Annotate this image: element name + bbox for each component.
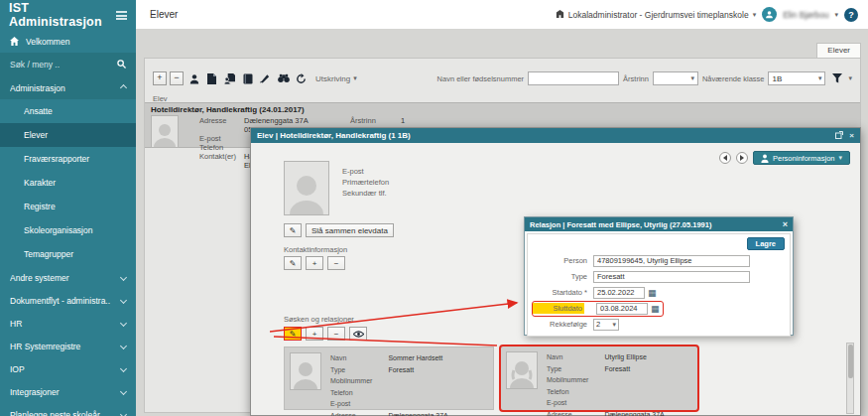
sidebar-item-registre[interactable]: Registre [0, 195, 136, 218]
sluttdato-annotation-box: Sluttdato ▦ [532, 301, 664, 317]
rekkefolge-value: 2 [596, 320, 600, 329]
save-button[interactable]: Lagre [747, 237, 785, 250]
type-input[interactable] [593, 271, 750, 283]
relations-section-label: Søsken og relasjoner [284, 315, 354, 324]
edit-relation-button[interactable]: ✎ [284, 327, 302, 341]
relation-fields: NavnSommer Hardsett TypeForesatt Mobilnu… [328, 351, 450, 416]
sidebar-item-label: Andre systemer [10, 273, 115, 283]
sidebar-item-label: Dokumentflyt - administra.. [10, 296, 115, 306]
student-name: Hotelldirektør, Handlekraftig (24.01.201… [151, 105, 305, 114]
avatar[interactable] [762, 7, 777, 22]
sidebar-collapse-icon[interactable] [116, 11, 127, 20]
previous-button[interactable] [719, 152, 731, 164]
chevron-down-icon: ▾ [838, 154, 842, 162]
sidebar-item-elever[interactable]: Elever [0, 123, 136, 147]
page-title: Elever [150, 9, 178, 20]
vertical-scrollbar[interactable] [846, 343, 854, 414]
sidebar-item-dokumentflyt[interactable]: Dokumentflyt - administra.. [0, 289, 136, 312]
relations-section-buttons: ✎ + − [284, 327, 367, 341]
sidebar-search-label: Søk / meny .. [10, 60, 117, 69]
relation-card-1[interactable]: NavnSommer Hardsett TypeForesatt Mobilnu… [284, 347, 494, 410]
chevron-down-icon [120, 320, 127, 327]
relation-photo [506, 351, 538, 389]
scrollbar-thumb[interactable] [848, 345, 853, 378]
tab-elever[interactable]: Elever [816, 43, 861, 58]
app-title: IST Administrasjon [9, 1, 116, 29]
rekkefolge-select[interactable]: 2 ▾ [593, 319, 619, 331]
popout-icon[interactable] [835, 131, 843, 141]
signature-icon[interactable] [258, 71, 273, 85]
user-name[interactable]: Elin Bjørbou [783, 10, 828, 20]
edit-contact-button[interactable]: ✎ [284, 256, 302, 270]
startdato-label: Startdato * [532, 288, 587, 297]
person-input[interactable] [593, 255, 750, 267]
book-icon[interactable] [240, 71, 255, 85]
contact-section-buttons: ✎ + − [284, 256, 345, 270]
next-button[interactable] [736, 152, 748, 164]
sidebar-item-andre-systemer[interactable]: Andre systemer [0, 266, 136, 289]
sidebar-item-label: HR [10, 319, 115, 329]
document-icon[interactable] [204, 71, 219, 85]
add-relation-button[interactable]: + [306, 327, 323, 341]
person-label: Person [532, 256, 587, 265]
add-contact-button[interactable]: + [306, 256, 323, 270]
school-context-selector[interactable]: Lokaladministrator - Gjerdrumsvei timepl… [556, 9, 756, 20]
close-icon[interactable]: × [849, 131, 854, 140]
sidebar-search[interactable]: Søk / meny .. [0, 53, 136, 76]
contact-section-label: Kontaktinformasjon [284, 245, 347, 254]
pencil-icon: ✎ [290, 330, 297, 339]
relation-dialog-titlebar: Relasjon | Foresatt med Ellipse, Utyrlig… [525, 217, 793, 231]
sidebar: IST Administrasjon Velkommen Søk / meny … [0, 0, 136, 416]
sidebar-item-hr-systemregistre[interactable]: HR Systemregistre [0, 335, 136, 357]
remove-contact-button[interactable]: − [327, 256, 345, 270]
remove-button[interactable]: − [170, 71, 184, 85]
home-icon [10, 37, 19, 46]
sidebar-item-administrasjon[interactable]: Administrasjon [0, 76, 136, 99]
calendar-icon[interactable]: ▦ [648, 288, 657, 298]
view-relation-button[interactable] [349, 327, 367, 341]
startdato-input[interactable] [593, 287, 645, 299]
add-button[interactable]: + [153, 71, 167, 85]
chevron-down-icon: ▾ [612, 321, 616, 329]
sidebar-item-karakter[interactable]: Karakter [0, 171, 136, 195]
student-modal-title: Elev | Hotelldirektør, Handlekraftig (1 … [257, 131, 411, 140]
name-filter-input[interactable] [528, 71, 619, 85]
year-filter-select[interactable]: ▾ [653, 71, 698, 85]
student-modal-titlebar: Elev | Hotelldirektør, Handlekraftig (1 … [251, 128, 860, 143]
sidebar-item-temagrupper[interactable]: Temagrupper [0, 242, 136, 266]
sidebar-item-label: Planlegge neste skoleår [10, 410, 115, 416]
relation-dialog: Relasjon | Foresatt med Ellipse, Utyrlig… [524, 216, 794, 336]
edit-student-button[interactable]: ✎ [284, 223, 302, 237]
chevron-up-icon [120, 84, 127, 91]
student-document-icon[interactable] [222, 71, 237, 85]
sidebar-item-hr[interactable]: HR [0, 312, 136, 335]
help-button[interactable]: ? [844, 8, 858, 22]
calendar-icon[interactable]: ▦ [651, 304, 660, 314]
sidebar-item-skoleorganisasjon[interactable]: Skoleorganisasjon [0, 218, 136, 242]
refresh-icon[interactable] [294, 71, 309, 85]
sidebar-item-label: Ansatte [24, 106, 126, 116]
modal-student-photo [284, 161, 329, 215]
filter-icon[interactable] [829, 71, 844, 85]
remove-relation-button[interactable]: − [327, 327, 345, 341]
sidebar-item-integrasjoner[interactable]: Integrasjoner [0, 380, 136, 403]
student-field-labels: Adresse E-post Telefon Kontakt(er) [199, 116, 236, 161]
sidebar-item-label: Velkommen [26, 37, 126, 47]
chevron-down-icon [120, 297, 127, 304]
sidebar-item-ansatte[interactable]: Ansatte [0, 99, 136, 123]
sidebar-item-label: Administrasjon [10, 83, 115, 93]
sidebar-item-fravaersrapporter[interactable]: Fraværsrapporter [0, 147, 136, 171]
close-icon[interactable]: × [783, 219, 788, 229]
search-icon [117, 60, 126, 70]
print-menu[interactable]: Utskriving ▾ [315, 74, 357, 83]
sluttdato-input[interactable] [596, 303, 648, 315]
sidebar-item-velkommen[interactable]: Velkommen [0, 30, 136, 53]
sidebar-item-planlegge-neste-skolear[interactable]: Planlegge neste skoleår [0, 403, 136, 416]
binoculars-icon[interactable] [276, 71, 291, 85]
student-icon[interactable] [186, 71, 201, 85]
class-filter-select[interactable]: 1B ▾ [768, 71, 825, 85]
personinformasjon-button[interactable]: Personinformasjon ▾ [753, 151, 850, 165]
sidebar-item-iop[interactable]: IOP [0, 357, 136, 380]
merge-student-data-button[interactable]: Slå sammen elevdata [306, 223, 394, 237]
relation-card-2[interactable]: NavnUtyrlig Ellipse TypeForesatt Mobilnu… [499, 345, 699, 412]
